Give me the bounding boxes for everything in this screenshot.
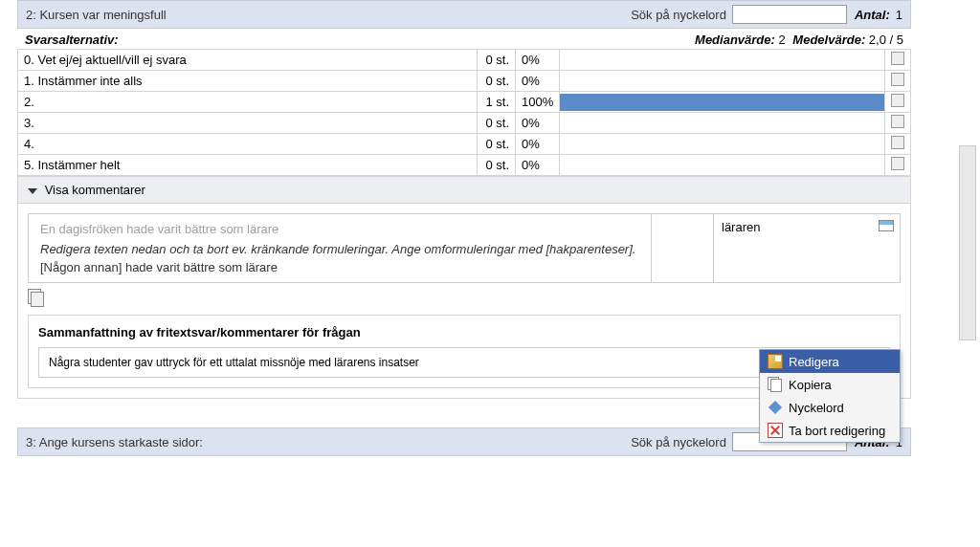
answer-table: 0. Vet ej/ej aktuell/vill ej svara0 st.0… (17, 49, 911, 176)
answer-count: 1 st. (478, 92, 516, 113)
question-2-header: 2: Kursen var meningsfull Sök på nyckelo… (17, 0, 911, 29)
answer-bar (560, 92, 885, 113)
answer-label: 1. Instämmer inte alls (18, 71, 478, 92)
answer-label: 3. (18, 113, 478, 134)
menu-edit-label: Redigera (789, 355, 839, 369)
edit-icon (768, 354, 783, 369)
search-label-3: Sök på nyckelord (631, 435, 726, 449)
answer-label: 5. Instämmer helt (18, 155, 478, 176)
answer-bar (560, 134, 885, 155)
table-row: 2.1 st.100% (18, 92, 911, 113)
comment-original: En dagisfröken hade varit bättre som lär… (40, 222, 639, 236)
answer-label: 2. (18, 92, 478, 113)
answer-pct: 100% (516, 92, 560, 113)
answer-checkbox[interactable] (885, 71, 911, 92)
comment-edit-box[interactable]: En dagisfröken hade varit bättre som lär… (28, 213, 652, 283)
table-row: 5. Instämmer helt0 st.0% (18, 155, 911, 176)
answer-count: 0 st. (478, 50, 516, 71)
comment-edited: [Någon annan] hade varit bättre som lära… (40, 260, 639, 274)
question-3-title: 3: Ange kursens starkaste sidor: (26, 435, 631, 449)
tag-icon (768, 401, 782, 414)
card-icon[interactable] (879, 220, 894, 231)
median-value: 2 (779, 33, 786, 47)
median-label: Medianvärde: (695, 33, 775, 47)
delete-icon (768, 423, 783, 438)
answer-label: 4. (18, 134, 478, 155)
stats-header: Svarsalternativ: Medianvärde: 2 Medelvär… (17, 29, 911, 49)
menu-copy-label: Kopiera (789, 378, 832, 392)
answer-pct: 0% (516, 155, 560, 176)
answer-checkbox[interactable] (885, 50, 911, 71)
search-label: Sök på nyckelord (631, 8, 726, 22)
comment-side-spacer (652, 213, 714, 283)
table-row: 0. Vet ej/ej aktuell/vill ej svara0 st.0… (18, 50, 911, 71)
menu-item-edit[interactable]: Redigera (760, 350, 900, 373)
menu-item-keyword[interactable]: Nyckelord (760, 396, 900, 419)
answer-pct: 0% (516, 50, 560, 71)
answer-bar (560, 113, 885, 134)
svarsalternativ-label: Svarsalternativ: (25, 33, 695, 47)
menu-delete-label: Ta bort redigering (789, 424, 885, 438)
answer-checkbox[interactable] (885, 92, 911, 113)
answer-bar (560, 71, 885, 92)
context-menu: Redigera Kopiera Nyckelord Ta bort redig… (759, 349, 901, 443)
answer-count: 0 st. (478, 71, 516, 92)
comments-toggle-label: Visa kommentarer (45, 183, 145, 197)
menu-item-copy[interactable]: Kopiera (760, 373, 900, 396)
answer-count: 0 st. (478, 113, 516, 134)
comment-keyword-cell[interactable]: läraren (714, 213, 901, 283)
menu-keyword-label: Nyckelord (789, 401, 844, 415)
question-2-title: 2: Kursen var meningsfull (26, 8, 631, 22)
table-row: 1. Instämmer inte alls0 st.0% (18, 71, 911, 92)
copy-icon[interactable] (28, 289, 45, 306)
comment-instructions: Redigera texten nedan och ta bort ev. kr… (40, 242, 639, 256)
answer-checkbox[interactable] (885, 113, 911, 134)
answer-bar (560, 155, 885, 176)
antal-value: 1 (896, 8, 902, 22)
table-row: 4.0 st.0% (18, 134, 911, 155)
antal-label: Antal: (855, 8, 890, 22)
answer-bar (560, 50, 885, 71)
answer-label: 0. Vet ej/ej aktuell/vill ej svara (18, 50, 478, 71)
answer-pct: 0% (516, 71, 560, 92)
answer-count: 0 st. (478, 134, 516, 155)
answer-pct: 0% (516, 113, 560, 134)
summary-title: Sammanfattning av fritextsvar/kommentare… (38, 325, 890, 339)
menu-item-delete[interactable]: Ta bort redigering (760, 419, 900, 442)
table-row: 3.0 st.0% (18, 113, 911, 134)
medel-value: 2,0 / 5 (869, 33, 903, 47)
answer-count: 0 st. (478, 155, 516, 176)
chevron-down-icon (28, 188, 37, 194)
copy-icon (768, 377, 783, 392)
comments-toggle[interactable]: Visa kommentarer (17, 176, 911, 204)
keyword-text: läraren (722, 220, 760, 234)
answer-checkbox[interactable] (885, 134, 911, 155)
answer-checkbox[interactable] (885, 155, 911, 176)
answer-pct: 0% (516, 134, 560, 155)
scrollbar[interactable] (959, 145, 976, 340)
medel-label: Medelvärde: (792, 33, 865, 47)
keyword-search-input[interactable] (732, 5, 847, 24)
